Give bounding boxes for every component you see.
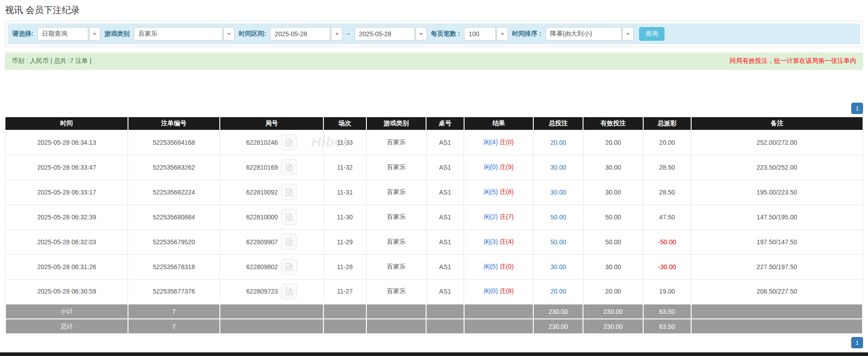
cell-total-bet: 50.00 (533, 229, 583, 254)
cell-result: 闲(5) 庄(8) (464, 180, 533, 204)
total-label: 总计 (5, 319, 128, 334)
round-number: 622810092 (246, 189, 278, 196)
cell-total-bet: 20.00 (533, 130, 583, 155)
video-replay-button[interactable] (281, 159, 297, 175)
header-time: 时间 (5, 117, 128, 130)
caret-down-icon (419, 33, 423, 35)
game-type-label: 游戏类别 (104, 30, 130, 38)
query-type-dropdown-button[interactable] (89, 27, 100, 41)
header-result: 结果 (464, 117, 533, 130)
total-bet-link[interactable]: 30.00 (550, 263, 566, 271)
cell-valid-bet: 30.00 (583, 155, 643, 180)
date-from-input[interactable] (270, 27, 330, 41)
video-replay-button[interactable] (281, 259, 297, 275)
cell-table-no: AS1 (426, 229, 464, 254)
game-type-input[interactable] (134, 27, 223, 41)
result-player: 闲(3) (484, 238, 498, 245)
total-bet-link[interactable]: 30.00 (550, 189, 566, 196)
result-banker: 庄(0) (499, 263, 513, 270)
video-replay-button[interactable] (281, 284, 297, 299)
result-player: 闲(5) (484, 263, 498, 270)
total-bet-link[interactable]: 50.00 (550, 214, 566, 221)
sort-order-dropdown-button[interactable] (622, 27, 634, 41)
sort-order-combobox (545, 27, 634, 41)
cell-payout: 28.50 (643, 155, 691, 180)
cell-time: 2025-05-28 06:34:13 (5, 130, 128, 155)
sort-order-label: 时间排序 : (512, 30, 541, 38)
cell-game-type: 百家乐 (366, 130, 427, 155)
cell-round: 622810000 (220, 204, 323, 229)
cell-total-bet: 20.00 (533, 279, 583, 304)
total-bet-link[interactable]: 20.00 (550, 288, 566, 295)
total-count: 7 (128, 319, 220, 334)
cell-total-bet: 50.00 (533, 204, 583, 229)
header-round: 局号 (220, 117, 323, 130)
cell-session: 11-33 (323, 130, 366, 155)
cell-remark: 197.50/147.50 (691, 229, 863, 254)
page-1-button[interactable]: 1 (851, 103, 863, 114)
header-valid-bet: 有效投注 (583, 117, 643, 130)
page-1-button[interactable]: 1 (851, 337, 863, 348)
cell-remark: 252.00/272.00 (691, 130, 863, 155)
result-banker: 庄(8) (499, 287, 513, 294)
page-size-input[interactable] (464, 27, 496, 41)
cell-session: 11-30 (323, 204, 366, 229)
result-player: 闲(0) (484, 163, 498, 171)
cell-result: 闲(4) 庄(0) (464, 130, 533, 155)
header-total-bet: 总投注 (533, 117, 583, 130)
cell-round: 622810169 (220, 155, 323, 180)
cell-remark: 147.50/195.00 (691, 204, 863, 229)
video-replay-button[interactable] (281, 134, 297, 150)
page-size-dropdown-button[interactable] (497, 27, 508, 41)
result-banker: 庄(0) (499, 138, 513, 146)
bets-table: 时间 注单编号 局号 场次 游戏类别 桌号 结果 总投注 有效投注 总派彩 备注… (5, 117, 863, 334)
table-row: 2025-05-28 06:33:47 522535683262 6228101… (5, 155, 863, 180)
video-replay-button[interactable] (281, 209, 297, 225)
sort-order-input[interactable] (545, 27, 621, 41)
video-file-icon (285, 163, 293, 171)
game-type-dropdown-button[interactable] (223, 27, 235, 41)
video-replay-button[interactable] (281, 184, 297, 200)
cell-total-bet: 30.00 (533, 254, 583, 279)
date-from-dropdown-button[interactable] (331, 27, 342, 41)
date-to-input[interactable] (355, 27, 415, 41)
cell-payout: -30.00 (643, 254, 691, 279)
total-bet-link[interactable]: 20.00 (550, 139, 566, 146)
date-from-combobox (270, 27, 342, 41)
cell-game-type: 百家乐 (366, 229, 427, 254)
header-payout: 总派彩 (643, 117, 691, 130)
bottom-bar (0, 352, 868, 356)
query-type-input[interactable] (38, 27, 88, 41)
total-total-bet: 230.00 (533, 319, 583, 334)
caret-down-icon (335, 33, 339, 35)
cell-time: 2025-05-28 06:32:39 (5, 204, 128, 229)
header-remark: 备注 (691, 117, 863, 130)
cell-valid-bet: 20.00 (583, 130, 643, 155)
cell-time: 2025-05-28 06:31:26 (5, 254, 128, 279)
total-bet-link[interactable]: 30.00 (550, 164, 566, 171)
result-banker: 庄(4) (499, 238, 513, 245)
date-to-dropdown-button[interactable] (416, 27, 427, 41)
query-type-combobox (38, 27, 100, 41)
header-session: 场次 (323, 117, 366, 130)
cell-game-type: 百家乐 (366, 279, 427, 304)
cell-table-no: AS1 (426, 279, 464, 304)
cell-remark: 208.50/227.50 (691, 279, 863, 304)
result-player: 闲(5) (484, 188, 498, 195)
cell-remark: 227.50/197.50 (691, 254, 863, 279)
result-player: 闲(2) (484, 213, 498, 220)
query-button[interactable]: 查询 (639, 27, 664, 41)
video-replay-button[interactable] (281, 234, 297, 250)
cell-valid-bet: 50.00 (583, 229, 643, 254)
cell-bet-id: 522535682224 (128, 180, 220, 204)
cell-result: 闲(3) 庄(4) (464, 229, 533, 254)
cell-table-no: AS1 (426, 130, 464, 155)
total-bet-link[interactable]: 50.00 (550, 238, 566, 246)
page-size-label: 每页笔数 : (431, 30, 460, 38)
result-player: 闲(4) (484, 138, 498, 146)
total-valid-bet: 230.00 (583, 319, 643, 334)
cell-valid-bet: 30.00 (583, 254, 643, 279)
table-row: 2025-05-28 06:34:13 522535684168 6228102… (5, 130, 863, 155)
subtotal-count: 7 (128, 304, 220, 319)
cell-valid-bet: 50.00 (583, 204, 643, 229)
